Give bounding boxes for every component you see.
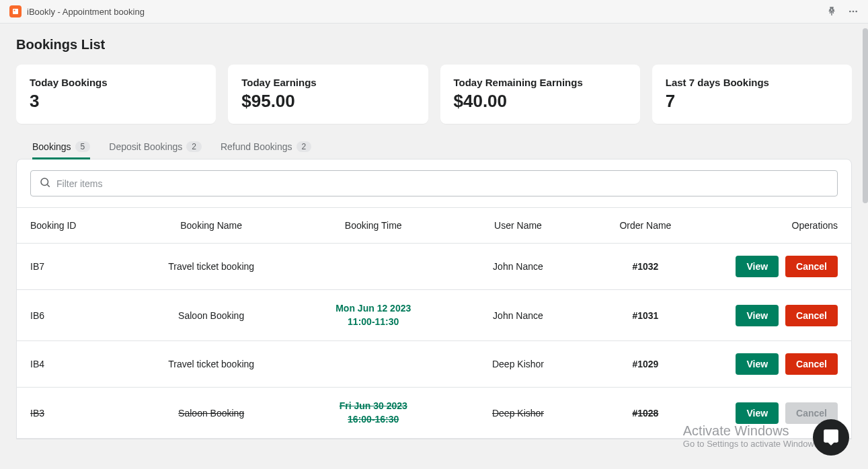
page-content: Bookings List Today Bookings 3 Today Ear… <box>0 24 868 439</box>
th-booking-name: Booking Name <box>124 220 298 231</box>
cell-booking-time: Fri Jun 30 2023 16:00-16:30 <box>298 400 448 426</box>
table-row: IB7 Travel ticket booking John Nance #10… <box>17 244 851 290</box>
cell-booking-name: Saloon Booking <box>124 408 298 419</box>
card-label: Today Earnings <box>241 77 414 88</box>
th-operations: Operations <box>703 220 838 231</box>
page-title: Bookings List <box>16 37 852 52</box>
cell-order-name: #1028 <box>588 408 703 419</box>
card-value: $95.00 <box>241 91 414 112</box>
more-icon[interactable] <box>848 6 859 17</box>
cell-booking-name: Travel ticket booking <box>124 261 298 272</box>
card-today-bookings: Today Bookings 3 <box>16 65 216 124</box>
bookings-panel: Booking ID Booking Name Booking Time Use… <box>16 159 852 439</box>
table-head: Booking ID Booking Name Booking Time Use… <box>17 207 851 244</box>
cell-user-name: Deep Kishor <box>448 408 588 419</box>
card-last-7-bookings: Last 7 days Bookings 7 <box>652 65 852 124</box>
svg-point-3 <box>849 11 851 13</box>
time-line2: 11:00-11:30 <box>298 316 448 329</box>
cancel-button[interactable]: Cancel <box>785 353 838 375</box>
titlebar-actions <box>826 6 859 17</box>
th-user-name: User Name <box>448 220 588 231</box>
th-booking-time: Booking Time <box>298 220 448 231</box>
card-remaining-earnings: Today Remaining Earnings $40.00 <box>440 65 640 124</box>
titlebar: iBookly - Appointment booking <box>0 0 868 24</box>
view-button[interactable]: View <box>736 402 779 424</box>
card-value: 7 <box>666 91 838 112</box>
cell-user-name: John Nance <box>448 310 588 321</box>
titlebar-left: iBookly - Appointment booking <box>9 5 145 17</box>
tab-bookings[interactable]: Bookings 5 <box>32 136 90 159</box>
cell-order-name: #1032 <box>588 261 703 272</box>
card-value: $40.00 <box>454 91 627 112</box>
cell-booking-id: IB6 <box>30 310 124 321</box>
cell-booking-id: IB7 <box>30 261 124 272</box>
card-value: 3 <box>30 91 202 112</box>
cell-order-name: #1029 <box>588 359 703 369</box>
scrollbar[interactable] <box>863 28 868 439</box>
tab-badge: 2 <box>297 141 312 152</box>
tab-label: Bookings <box>32 141 71 152</box>
card-label: Today Remaining Earnings <box>454 77 627 88</box>
bookings-table: Booking ID Booking Name Booking Time Use… <box>17 207 851 439</box>
table-row: IB6 Saloon Booking Mon Jun 12 2023 11:00… <box>17 290 851 341</box>
svg-point-4 <box>853 11 855 13</box>
cell-order-name: #1031 <box>588 310 703 321</box>
app-title: iBookly - Appointment booking <box>27 7 145 17</box>
cell-booking-id: IB3 <box>30 408 124 419</box>
cell-booking-time: Mon Jun 12 2023 11:00-11:30 <box>298 302 448 328</box>
stats-cards: Today Bookings 3 Today Earnings $95.00 T… <box>16 65 852 124</box>
tab-badge: 2 <box>186 141 202 152</box>
tabs: Bookings 5 Deposit Bookings 2 Refund Boo… <box>16 136 852 159</box>
app-icon <box>9 5 22 17</box>
svg-line-7 <box>47 184 49 186</box>
cell-booking-id: IB4 <box>30 359 124 369</box>
search-input[interactable] <box>56 178 829 189</box>
cell-operations: View Cancel <box>703 305 838 326</box>
th-booking-id: Booking ID <box>30 220 124 231</box>
cell-operations: View Cancel <box>703 353 838 375</box>
cell-operations: View Cancel <box>703 256 838 277</box>
search-box[interactable] <box>30 170 838 196</box>
search-wrap <box>17 159 851 207</box>
cell-user-name: John Nance <box>448 261 588 272</box>
view-button[interactable]: View <box>736 305 779 326</box>
card-today-earnings: Today Earnings $95.00 <box>228 65 428 124</box>
chat-icon <box>822 428 840 440</box>
table-row: IB3 Saloon Booking Fri Jun 30 2023 16:00… <box>17 388 851 439</box>
cell-operations: View Cancel <box>703 402 838 424</box>
scrollbar-thumb[interactable] <box>863 28 868 203</box>
cell-user-name: Deep Kishor <box>448 359 588 369</box>
cancel-button[interactable]: Cancel <box>785 256 838 277</box>
card-label: Today Bookings <box>30 77 202 88</box>
cancel-button[interactable]: Cancel <box>785 305 838 326</box>
svg-point-5 <box>855 11 857 13</box>
tab-refund-bookings[interactable]: Refund Bookings 2 <box>221 136 311 159</box>
table-row: IB4 Travel ticket booking Deep Kishor #1… <box>17 341 851 388</box>
tab-deposit-bookings[interactable]: Deposit Bookings 2 <box>109 136 202 159</box>
view-button[interactable]: View <box>736 256 779 277</box>
svg-point-6 <box>41 178 48 186</box>
svg-rect-0 <box>13 9 18 14</box>
view-button[interactable]: View <box>736 353 779 375</box>
th-order-name: Order Name <box>588 220 703 231</box>
time-line2: 16:00-16:30 <box>298 413 448 427</box>
pin-icon[interactable] <box>826 6 837 17</box>
card-label: Last 7 days Bookings <box>666 77 838 88</box>
cell-booking-name: Saloon Booking <box>124 310 298 321</box>
tab-label: Deposit Bookings <box>109 141 182 152</box>
tab-label: Refund Bookings <box>221 141 292 152</box>
svg-rect-1 <box>14 10 15 11</box>
time-line1: Mon Jun 12 2023 <box>298 302 448 316</box>
tab-badge: 5 <box>75 141 91 152</box>
search-icon <box>39 176 51 190</box>
cell-booking-name: Travel ticket booking <box>124 359 298 369</box>
time-line1: Fri Jun 30 2023 <box>298 400 448 413</box>
